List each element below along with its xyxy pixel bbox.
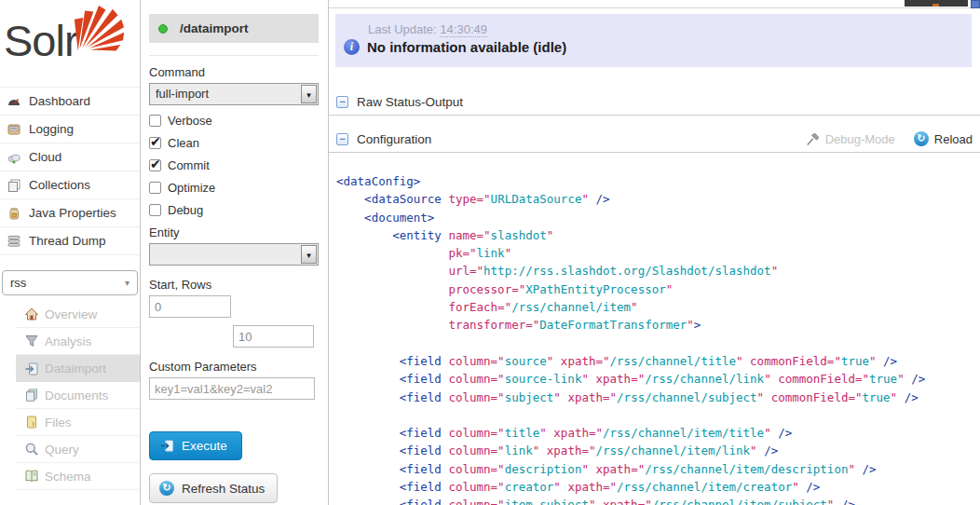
sidebar-item-thread-dump[interactable]: Thread Dump — [0, 227, 140, 255]
raw-status-output-title: Raw Status-Output — [357, 95, 463, 109]
sidebar-item-java-properties[interactable]: Java Properties — [0, 199, 140, 227]
collapse-icon[interactable]: − — [336, 96, 348, 108]
reload-button[interactable]: ↻ Reload — [914, 131, 973, 146]
book-icon — [24, 469, 39, 484]
screen-artifact-chip — [971, 0, 980, 8]
core-item-overview[interactable]: Overview — [16, 301, 140, 328]
core-item-dataimport[interactable]: Dataimport — [16, 355, 140, 382]
core-selector-value: rss — [10, 276, 26, 290]
core-item-label: Overview — [45, 307, 97, 321]
collections-icon — [7, 178, 21, 193]
start-rows-label: Start, Rows — [149, 278, 319, 292]
code-line: <field column="item-subject" xpath="/rss… — [336, 496, 980, 505]
code-line: url="http://rss.slashdot.org/Slashdot/sl… — [336, 262, 980, 280]
execute-import-icon — [160, 439, 174, 453]
code-line: <document> — [336, 209, 980, 226]
solr-burst-icon — [73, 4, 125, 58]
debug-mode-button[interactable]: Debug-Mode — [806, 132, 895, 146]
code-line: <field column="creator" xpath="/rss/chan… — [336, 478, 980, 496]
raw-status-output-section[interactable]: − Raw Status-Output — [329, 92, 980, 116]
core-selector-dropdown[interactable]: rss ▾ — [2, 270, 138, 295]
configuration-controls: Debug-Mode ↻ Reload — [806, 131, 973, 146]
sidebar-item-label: Java Properties — [29, 206, 116, 220]
optimize-checkbox[interactable] — [149, 182, 161, 194]
debug-checkbox-row[interactable]: Debug — [149, 203, 319, 217]
code-line — [336, 406, 980, 424]
info-icon: i — [344, 39, 360, 55]
reload-label: Reload — [934, 132, 973, 146]
last-update: Last Update: 14:30:49 — [368, 22, 972, 36]
rows-input[interactable] — [233, 325, 314, 348]
main-menu: Dashboard Logging Cloud Collections Java… — [0, 87, 140, 255]
command-select-value: full-import — [156, 87, 209, 101]
verbose-checkbox[interactable] — [149, 115, 161, 127]
sidebar-item-label: Dashboard — [29, 94, 90, 108]
verbose-checkbox-row[interactable]: Verbose — [149, 114, 319, 128]
clean-label: Clean — [168, 136, 199, 150]
debug-checkbox[interactable] — [149, 204, 161, 216]
debug-label: Debug — [168, 203, 203, 217]
code-line: <entity name="slashdot" — [336, 226, 980, 244]
execute-button[interactable]: Execute — [149, 431, 242, 460]
core-item-label: Analysis — [45, 334, 91, 348]
java-properties-icon — [7, 206, 21, 221]
refresh-status-button[interactable]: ↻ Refresh Status — [149, 473, 278, 503]
command-label: Command — [149, 65, 319, 79]
solr-logo[interactable]: Solr — [0, 0, 140, 87]
clean-checkbox-row[interactable]: Clean — [149, 136, 319, 150]
code-line: pk="link" — [336, 244, 980, 262]
collapse-icon[interactable]: − — [336, 133, 348, 145]
commit-checkbox-row[interactable]: Commit — [149, 158, 319, 172]
magnifier-icon — [24, 442, 39, 457]
command-select[interactable]: full-import ▾ — [149, 83, 319, 105]
sidebar-item-dashboard[interactable]: Dashboard — [0, 88, 140, 116]
code-line: <field column="subject" xpath="/rss/chan… — [336, 389, 980, 406]
last-update-time: 14:30:49 — [440, 22, 487, 37]
core-item-label: Files — [45, 416, 72, 430]
hammer-icon — [806, 132, 820, 146]
configuration-section[interactable]: − Configuration Debug-Mode ↻ Reload — [329, 130, 980, 153]
refresh-status-label: Refresh Status — [182, 482, 265, 496]
chevron-down-icon: ▾ — [125, 278, 129, 288]
reload-icon: ↻ — [914, 131, 929, 146]
start-input[interactable] — [149, 295, 231, 318]
dataimport-icon — [24, 362, 39, 376]
solr-logo-text: Solr — [4, 16, 78, 65]
handler-header: /dataimport — [149, 14, 319, 43]
core-item-schema[interactable]: Schema — [16, 463, 140, 490]
last-update-label: Last Update: — [368, 22, 437, 36]
sidebar-item-label: Cloud — [29, 150, 61, 164]
commit-checkbox[interactable] — [149, 159, 161, 171]
optimize-checkbox-row[interactable]: Optimize — [149, 181, 319, 195]
code-line: processor="XPathEntityProcessor" — [336, 280, 980, 298]
sidebar-item-label: Logging — [29, 122, 74, 136]
code-line: transformer="DateFormatTransformer"> — [336, 316, 980, 334]
code-line — [336, 334, 980, 352]
status-dot-green — [158, 24, 168, 34]
sidebar-item-collections[interactable]: Collections — [0, 171, 140, 199]
sidebar-item-cloud[interactable]: Cloud — [0, 143, 140, 171]
entity-label: Entity — [149, 225, 319, 239]
screen-artifact-line — [329, 7, 980, 8]
custom-parameters-input[interactable] — [149, 377, 315, 400]
core-item-analysis[interactable]: Analysis — [16, 328, 140, 355]
code-line: <field column="title" xpath="/rss/channe… — [336, 424, 980, 442]
dataconfig-code-block: <dataConfig> <dataSource type="URLDataSo… — [329, 172, 980, 505]
verbose-label: Verbose — [168, 114, 212, 128]
clean-checkbox[interactable] — [149, 137, 161, 149]
solr-admin-app: Solr Dashboard Logging — [0, 0, 980, 505]
debug-mode-label: Debug-Mode — [825, 132, 895, 146]
execute-label: Execute — [182, 439, 227, 453]
handler-name: /dataimport — [180, 21, 249, 35]
screen-artifact-bar — [905, 0, 968, 7]
code-line: <field column="description" xpath="/rss/… — [336, 460, 980, 478]
status-row: i No information available (idle) — [344, 39, 972, 55]
core-item-query[interactable]: Query — [16, 436, 140, 463]
core-item-documents[interactable]: Documents — [16, 382, 140, 409]
entity-select[interactable]: ▾ — [149, 243, 319, 266]
sidebar-item-logging[interactable]: Logging — [0, 116, 140, 143]
cloud-icon — [7, 150, 21, 165]
core-item-label: Schema — [45, 470, 91, 484]
code-line: <field column="source" xpath="/rss/chann… — [336, 352, 980, 370]
core-item-files[interactable]: Files — [16, 409, 140, 436]
